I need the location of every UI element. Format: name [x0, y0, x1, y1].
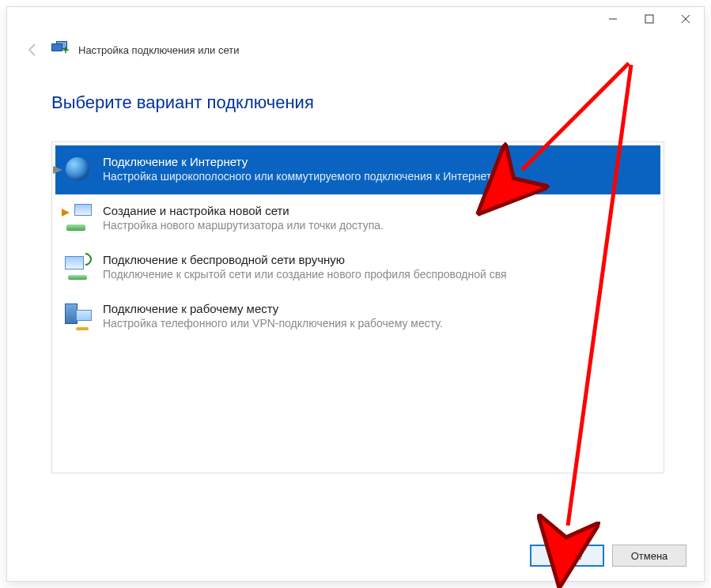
wizard-header: + Настройка подключения или сети: [7, 36, 704, 64]
connection-options-list: Подключение к Интернету Настройка широко…: [51, 141, 664, 473]
option-new-network[interactable]: Создание и настройка новой сети Настройк…: [55, 194, 660, 243]
option-desc: Настройка широкополосного или коммутируе…: [103, 170, 654, 183]
option-workplace[interactable]: Подключение к рабочему месту Настройка т…: [55, 292, 660, 341]
maximize-button[interactable]: [631, 7, 668, 31]
wizard-footer: Далее Отмена: [530, 545, 686, 567]
minimize-button[interactable]: [595, 7, 631, 31]
globe-icon: [62, 153, 93, 185]
network-wizard-icon: +: [51, 41, 69, 58]
wizard-title: Настройка подключения или сети: [78, 44, 239, 56]
option-desc: Настройка телефонного или VPN-подключени…: [103, 317, 654, 330]
server-icon: [62, 300, 93, 332]
back-arrow-icon[interactable]: [23, 40, 42, 59]
cancel-button[interactable]: Отмена: [612, 545, 686, 567]
wifi-icon: [62, 251, 93, 283]
option-title: Подключение к Интернету: [103, 155, 654, 168]
option-title: Создание и настройка новой сети: [103, 204, 654, 217]
option-wireless-manual[interactable]: Подключение к беспроводной сети вручную …: [55, 243, 660, 292]
option-title: Подключение к беспроводной сети вручную: [103, 253, 654, 266]
titlebar: [7, 7, 704, 36]
svg-rect-1: [645, 15, 653, 23]
wizard-window: + Настройка подключения или сети Выберит…: [6, 6, 705, 582]
wizard-content: Выберите вариант подключения Подключение…: [7, 64, 704, 481]
router-icon: [62, 202, 93, 234]
next-button[interactable]: Далее: [530, 545, 604, 567]
page-title: Выберите вариант подключения: [51, 92, 664, 113]
option-desc: Настройка нового маршрутизатора или точк…: [103, 219, 654, 232]
close-button[interactable]: [668, 7, 704, 31]
option-desc: Подключение к скрытой сети или создание …: [103, 268, 654, 281]
option-connect-internet[interactable]: Подключение к Интернету Настройка широко…: [55, 145, 660, 194]
option-title: Подключение к рабочему месту: [103, 302, 654, 315]
